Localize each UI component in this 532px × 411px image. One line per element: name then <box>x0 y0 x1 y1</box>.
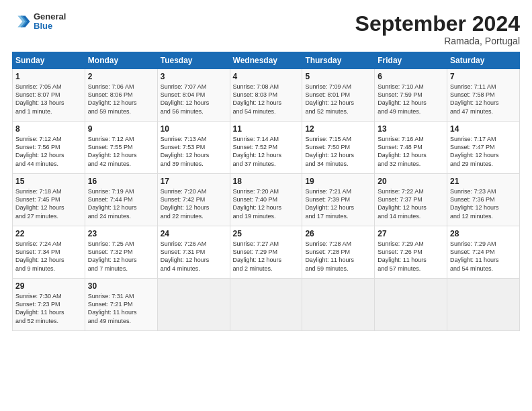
col-monday: Monday <box>85 52 157 69</box>
logo-general: General <box>34 12 66 21</box>
calendar-cell <box>302 279 375 331</box>
calendar-week-row-1: 1Sunrise: 7:05 AM Sunset: 8:07 PM Daylig… <box>13 69 520 122</box>
calendar-cell: 14Sunrise: 7:17 AM Sunset: 7:47 PM Dayli… <box>447 122 520 174</box>
col-thursday: Thursday <box>302 52 375 69</box>
day-info: Sunrise: 7:11 AM Sunset: 7:58 PM Dayligh… <box>450 83 517 116</box>
day-info: Sunrise: 7:09 AM Sunset: 8:01 PM Dayligh… <box>305 83 371 116</box>
header-row: Sunday Monday Tuesday Wednesday Thursday… <box>13 52 520 69</box>
day-number: 9 <box>88 124 154 134</box>
day-number: 6 <box>378 72 444 81</box>
day-number: 17 <box>161 177 227 186</box>
logo-icon <box>12 12 31 31</box>
logo-blue: Blue <box>34 21 66 31</box>
calendar-cell: 24Sunrise: 7:26 AM Sunset: 7:31 PM Dayli… <box>157 226 230 279</box>
day-number: 26 <box>305 229 371 238</box>
location-subtitle: Ramada, Portugal <box>355 36 520 46</box>
calendar-cell: 21Sunrise: 7:23 AM Sunset: 7:36 PM Dayli… <box>447 174 520 226</box>
day-number: 8 <box>15 124 82 134</box>
title-section: September 2024 Ramada, Portugal <box>355 12 520 46</box>
calendar-cell: 3Sunrise: 7:07 AM Sunset: 8:04 PM Daylig… <box>157 69 230 122</box>
day-number: 22 <box>15 229 82 238</box>
day-info: Sunrise: 7:12 AM Sunset: 7:56 PM Dayligh… <box>15 135 82 168</box>
day-number: 29 <box>15 281 82 291</box>
day-number: 5 <box>305 72 371 81</box>
day-number: 11 <box>233 124 300 134</box>
day-info: Sunrise: 7:13 AM Sunset: 7:53 PM Dayligh… <box>161 135 227 168</box>
day-info: Sunrise: 7:25 AM Sunset: 7:32 PM Dayligh… <box>88 240 154 273</box>
day-info: Sunrise: 7:14 AM Sunset: 7:52 PM Dayligh… <box>233 135 300 168</box>
calendar-cell: 18Sunrise: 7:20 AM Sunset: 7:40 PM Dayli… <box>230 174 302 226</box>
col-saturday: Saturday <box>447 52 520 69</box>
day-number: 3 <box>161 72 227 81</box>
day-number: 10 <box>161 124 227 134</box>
calendar-cell: 28Sunrise: 7:29 AM Sunset: 7:24 PM Dayli… <box>447 226 520 279</box>
day-number: 1 <box>15 72 82 81</box>
calendar-cell: 7Sunrise: 7:11 AM Sunset: 7:58 PM Daylig… <box>447 69 520 122</box>
day-number: 2 <box>88 72 154 81</box>
day-info: Sunrise: 7:21 AM Sunset: 7:39 PM Dayligh… <box>305 187 371 220</box>
day-number: 21 <box>450 177 517 186</box>
col-wednesday: Wednesday <box>230 52 302 69</box>
calendar-cell: 19Sunrise: 7:21 AM Sunset: 7:39 PM Dayli… <box>302 174 375 226</box>
day-number: 13 <box>378 124 444 134</box>
day-number: 23 <box>88 229 154 238</box>
calendar-cell: 29Sunrise: 7:30 AM Sunset: 7:23 PM Dayli… <box>13 279 85 331</box>
calendar-cell: 20Sunrise: 7:22 AM Sunset: 7:37 PM Dayli… <box>375 174 447 226</box>
day-info: Sunrise: 7:10 AM Sunset: 7:59 PM Dayligh… <box>378 83 444 116</box>
calendar-week-row-4: 22Sunrise: 7:24 AM Sunset: 7:34 PM Dayli… <box>13 226 520 279</box>
day-number: 24 <box>161 229 227 238</box>
day-number: 15 <box>15 177 82 186</box>
calendar-table: Sunday Monday Tuesday Wednesday Thursday… <box>12 52 520 331</box>
day-number: 7 <box>450 72 517 81</box>
day-info: Sunrise: 7:31 AM Sunset: 7:21 PM Dayligh… <box>88 292 154 325</box>
calendar-cell: 9Sunrise: 7:12 AM Sunset: 7:55 PM Daylig… <box>85 122 157 174</box>
calendar-cell: 2Sunrise: 7:06 AM Sunset: 8:06 PM Daylig… <box>85 69 157 122</box>
day-info: Sunrise: 7:27 AM Sunset: 7:29 PM Dayligh… <box>233 240 300 273</box>
calendar-cell: 12Sunrise: 7:15 AM Sunset: 7:50 PM Dayli… <box>302 122 375 174</box>
day-info: Sunrise: 7:30 AM Sunset: 7:23 PM Dayligh… <box>15 292 82 325</box>
calendar-cell <box>375 279 447 331</box>
calendar-cell <box>230 279 302 331</box>
col-sunday: Sunday <box>13 52 85 69</box>
calendar-week-row-2: 8Sunrise: 7:12 AM Sunset: 7:56 PM Daylig… <box>13 122 520 174</box>
calendar-cell: 11Sunrise: 7:14 AM Sunset: 7:52 PM Dayli… <box>230 122 302 174</box>
header: General Blue September 2024 Ramada, Port… <box>12 12 520 46</box>
logo: General Blue <box>12 12 66 32</box>
calendar-week-row-3: 15Sunrise: 7:18 AM Sunset: 7:45 PM Dayli… <box>13 174 520 226</box>
day-info: Sunrise: 7:08 AM Sunset: 8:03 PM Dayligh… <box>233 83 300 116</box>
calendar-cell: 22Sunrise: 7:24 AM Sunset: 7:34 PM Dayli… <box>13 226 85 279</box>
calendar-cell: 4Sunrise: 7:08 AM Sunset: 8:03 PM Daylig… <box>230 69 302 122</box>
logo-text: General Blue <box>34 12 66 32</box>
day-info: Sunrise: 7:23 AM Sunset: 7:36 PM Dayligh… <box>450 187 517 220</box>
calendar-cell: 5Sunrise: 7:09 AM Sunset: 8:01 PM Daylig… <box>302 69 375 122</box>
month-title: September 2024 <box>355 12 520 36</box>
day-info: Sunrise: 7:15 AM Sunset: 7:50 PM Dayligh… <box>305 135 371 168</box>
day-number: 14 <box>450 124 517 134</box>
day-info: Sunrise: 7:28 AM Sunset: 7:28 PM Dayligh… <box>305 240 371 273</box>
day-info: Sunrise: 7:19 AM Sunset: 7:44 PM Dayligh… <box>88 187 154 220</box>
day-info: Sunrise: 7:29 AM Sunset: 7:26 PM Dayligh… <box>378 240 444 273</box>
calendar-cell <box>447 279 520 331</box>
day-number: 4 <box>233 72 300 81</box>
calendar-cell: 17Sunrise: 7:20 AM Sunset: 7:42 PM Dayli… <box>157 174 230 226</box>
day-number: 25 <box>233 229 300 238</box>
day-number: 30 <box>88 281 154 291</box>
calendar-cell: 25Sunrise: 7:27 AM Sunset: 7:29 PM Dayli… <box>230 226 302 279</box>
calendar-cell: 10Sunrise: 7:13 AM Sunset: 7:53 PM Dayli… <box>157 122 230 174</box>
day-info: Sunrise: 7:18 AM Sunset: 7:45 PM Dayligh… <box>15 187 82 220</box>
day-info: Sunrise: 7:26 AM Sunset: 7:31 PM Dayligh… <box>161 240 227 273</box>
day-info: Sunrise: 7:06 AM Sunset: 8:06 PM Dayligh… <box>88 83 154 116</box>
calendar-week-row-5: 29Sunrise: 7:30 AM Sunset: 7:23 PM Dayli… <box>13 279 520 331</box>
day-number: 19 <box>305 177 371 186</box>
day-number: 16 <box>88 177 154 186</box>
day-number: 12 <box>305 124 371 134</box>
day-info: Sunrise: 7:20 AM Sunset: 7:42 PM Dayligh… <box>161 187 227 220</box>
day-info: Sunrise: 7:12 AM Sunset: 7:55 PM Dayligh… <box>88 135 154 168</box>
calendar-cell: 16Sunrise: 7:19 AM Sunset: 7:44 PM Dayli… <box>85 174 157 226</box>
day-info: Sunrise: 7:20 AM Sunset: 7:40 PM Dayligh… <box>233 187 300 220</box>
calendar-cell: 13Sunrise: 7:16 AM Sunset: 7:48 PM Dayli… <box>375 122 447 174</box>
calendar-cell: 30Sunrise: 7:31 AM Sunset: 7:21 PM Dayli… <box>85 279 157 331</box>
day-info: Sunrise: 7:24 AM Sunset: 7:34 PM Dayligh… <box>15 240 82 273</box>
day-number: 18 <box>233 177 300 186</box>
col-tuesday: Tuesday <box>157 52 230 69</box>
